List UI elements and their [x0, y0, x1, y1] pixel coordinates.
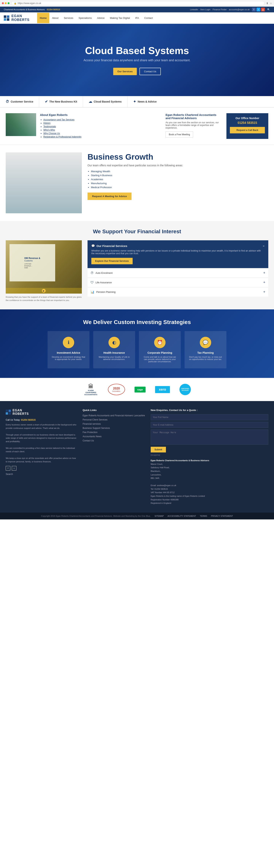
investing-section: We Deliver Custom Investing Strategies ℹ…: [0, 309, 274, 378]
icaew-text: ICAEWCHARTEREDACCOUNTANTS: [84, 390, 97, 396]
auto-enrolment-icon: ⏱: [91, 271, 94, 275]
book-free-meeting-button[interactable]: Book a Free Meeting: [165, 131, 193, 137]
sitemap-link[interactable]: SITEMAP: [154, 515, 164, 517]
finance-finder-link[interactable]: Finance Finder: [213, 8, 226, 11]
card-2-title: Health Insurance: [97, 351, 131, 354]
linkedin-link[interactable]: LinkedIn: [190, 8, 198, 11]
close-dot[interactable]: [2, 2, 4, 4]
footer-call-label: Call Us Today:: [6, 418, 20, 421]
submit-button[interactable]: Submit: [151, 447, 166, 453]
nav-services[interactable]: Services: [61, 13, 76, 23]
our-services-button[interactable]: Our Services: [113, 68, 137, 75]
office-box: Our Office Number 01254 583515 Request a…: [226, 113, 268, 139]
certified-logo-inner: CERTIFIEDADVISOR: [179, 384, 191, 395]
contact-email-input[interactable]: [151, 422, 268, 428]
office-phone[interactable]: 01254 583515: [230, 121, 265, 125]
tab-new-business-kit[interactable]: ✔ The New Business Kit: [45, 96, 83, 107]
bg-list-5[interactable]: Medical Profession: [91, 186, 268, 189]
logo[interactable]: EGAN ROBERTS: [4, 14, 30, 22]
xero-login-link[interactable]: Xero Login: [200, 8, 210, 11]
recaptcha: [recaptcha]: [151, 454, 268, 456]
callback-button[interactable]: Request a Call Back: [230, 127, 265, 133]
bg-list-4[interactable]: Manufacturing: [91, 182, 268, 185]
top-bar-phone[interactable]: 01254 583515: [47, 8, 60, 11]
footer-link-3[interactable]: Financial services: [83, 423, 145, 425]
about-right: Egan Roberts Chartered Accountants and F…: [165, 113, 219, 139]
accordion-expand-icon[interactable]: +: [263, 271, 265, 275]
tab-customer-service-label: Customer Service: [11, 100, 33, 103]
bg-list-2[interactable]: Starting A Business: [91, 174, 268, 177]
privacy-link[interactable]: PRIVACY STATEMENT: [211, 515, 233, 517]
nav-specialisms[interactable]: Specialisms: [76, 13, 94, 23]
footer-link-6[interactable]: Accountants News: [83, 435, 145, 438]
nav-about[interactable]: About: [49, 13, 61, 23]
nav-ifa[interactable]: IFA: [133, 13, 142, 23]
request-meeting-button[interactable]: Request A Meeting for Advice: [88, 192, 131, 200]
footer-call: Call Us Today: 01254 583515: [6, 418, 77, 421]
footer-logo: EGAN ROBERTS: [6, 409, 77, 415]
footer-link-1[interactable]: Egan Roberts Accountants and Financial A…: [83, 414, 145, 417]
email-link[interactable]: accounts@egan.co.uk: [229, 8, 250, 11]
minimize-dot[interactable]: [5, 2, 7, 4]
about-right-text: As you can see from the section on our s…: [165, 121, 219, 129]
top-bar-right: LinkedIn Xero Login Finance Finder accou…: [190, 8, 270, 11]
life-assurance-icon: 🛡: [91, 281, 94, 284]
tax-planning-icon: 💬: [200, 337, 211, 348]
tab-news-advice[interactable]: ✦ News & Advice: [133, 96, 162, 107]
accordion-life-assurance-header[interactable]: 🛡 Life Assurance +: [88, 278, 268, 287]
logo-sq-1: [4, 16, 6, 18]
about-link-3[interactable]: Testimonials: [43, 125, 162, 128]
googleplus-icon[interactable]: g: [261, 8, 265, 11]
accordion-expand-icon-3[interactable]: +: [263, 290, 265, 294]
contact-message-textarea[interactable]: [151, 429, 268, 445]
investing-card-4: 💬 Tax Planning Don't pay too much tax, o…: [185, 331, 226, 368]
bookmark-icon[interactable]: ☆: [270, 2, 272, 5]
footer-facebook-icon[interactable]: f: [6, 466, 10, 470]
about-link-4[interactable]: Who's Who: [43, 129, 162, 131]
partners-section: 🏛 ICAEWCHARTEREDACCOUNTANTS 2020 Innovat…: [0, 378, 274, 401]
bg-list-3[interactable]: Academies: [91, 178, 268, 181]
footer-link-4[interactable]: Business Support Services: [83, 427, 145, 429]
about-link-5[interactable]: Why Choose Us: [43, 132, 162, 135]
contact-name-input[interactable]: [151, 414, 268, 420]
nav-advice[interactable]: Advice: [94, 13, 107, 23]
footer-link-5[interactable]: Fee Protection: [83, 431, 145, 434]
financial-services-icon: 💬: [91, 244, 95, 248]
explore-services-button[interactable]: Explore Our Financial Services: [91, 258, 133, 264]
footer-phone[interactable]: 01254 583515: [21, 418, 36, 421]
share-icon[interactable]: ⬆: [266, 2, 268, 5]
search-icon[interactable]: 🔍: [267, 8, 270, 11]
sage-logo: sage: [134, 386, 146, 393]
footer-link-7[interactable]: Contact Us: [83, 439, 145, 442]
nav-contact[interactable]: Contact: [142, 13, 155, 23]
accessibility-link[interactable]: ACCESSIBILITY STATEMENT: [168, 515, 196, 517]
financial-box-toggle[interactable]: −: [263, 244, 265, 248]
fullscreen-dot[interactable]: [8, 2, 9, 4]
contact-us-button[interactable]: Contact Us: [140, 68, 161, 75]
tab-customer-service[interactable]: ⏱ Customer Service: [6, 96, 39, 107]
nav-making-tax-digital[interactable]: Making Tax Digital: [107, 13, 132, 23]
url-bar[interactable]: 🔒 https://www.egan.co.uk: [11, 1, 265, 5]
accordion-pension-planning-header[interactable]: 📊 Pension Planning +: [88, 287, 268, 297]
business-growth-heading: Business Growth: [88, 152, 268, 161]
footer-link-2[interactable]: Personal Client Services: [83, 418, 145, 421]
footer-twitter-icon[interactable]: t: [12, 466, 17, 470]
about-link-1[interactable]: Accountancy and Tax Services: [43, 118, 162, 121]
financial-left: HM Revenue & Customs UTR Ref: Employe...…: [6, 240, 82, 302]
accordion-auto-enrolment-header[interactable]: ⏱ Auto Enrolment +: [88, 268, 268, 278]
footer-contact-col: New Enquiries. Contact Us for a Quote : …: [151, 409, 268, 505]
twitter-icon[interactable]: t: [256, 8, 260, 11]
about-link-6[interactable]: Registration & Professional Indemnity: [43, 135, 162, 138]
financial-right: 💬 Our Financial Services − Whether you a…: [88, 240, 268, 302]
tab-cloud-based-systems[interactable]: ☁ Cloud Based Systems: [89, 96, 127, 107]
footer-logo-name-2: ROBERTS: [12, 412, 29, 415]
terms-link[interactable]: TERMS: [200, 515, 207, 517]
accordion-expand-icon-2[interactable]: +: [263, 280, 265, 284]
bg-list-1[interactable]: Managing Wealth: [91, 170, 268, 173]
about-link-2[interactable]: History: [43, 122, 162, 124]
facebook-icon[interactable]: f: [252, 8, 256, 11]
investment-advice-icon: ℹ: [63, 337, 74, 348]
logo-squares: [4, 16, 9, 21]
nav-home[interactable]: Home: [37, 13, 49, 23]
top-bar-left: Chartered Accountants & Business Advisor…: [4, 8, 60, 11]
